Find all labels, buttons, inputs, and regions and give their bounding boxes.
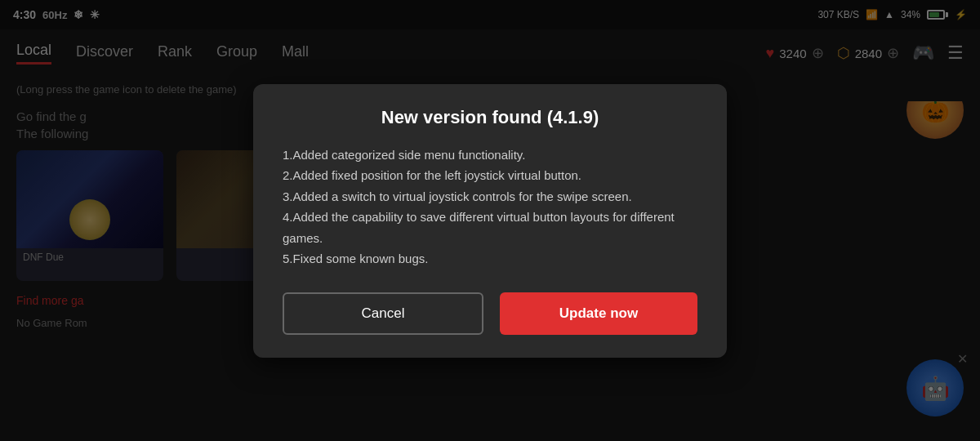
update-now-button[interactable]: Update now [500,292,697,335]
dialog-line-4: 4.Added the capability to save different… [283,207,697,248]
dialog-line-2: 2.Added fixed position for the left joys… [283,165,697,186]
dialog-body: 1.Added categorized side menu functional… [283,145,697,270]
cancel-button[interactable]: Cancel [283,292,483,335]
modal-overlay: New version found (4.1.9) 1.Added catego… [0,0,980,441]
dialog-actions: Cancel Update now [283,292,697,335]
update-dialog: New version found (4.1.9) 1.Added catego… [253,84,727,358]
dialog-line-1: 1.Added categorized side menu functional… [283,145,697,166]
dialog-title: New version found (4.1.9) [283,107,697,128]
dialog-line-3: 3.Added a switch to virtual joystick con… [283,186,697,207]
dialog-line-5: 5.Fixed some known bugs. [283,248,697,270]
